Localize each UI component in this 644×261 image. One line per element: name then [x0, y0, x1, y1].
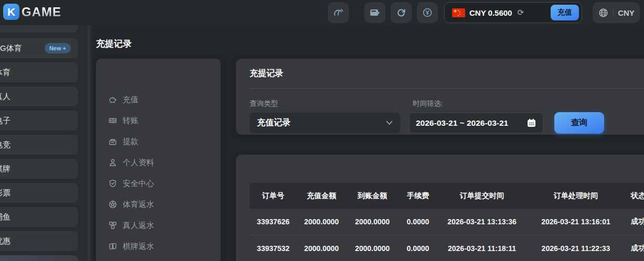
sidebar-item-label: 电竞 [0, 140, 10, 150]
table-row: 339375322000.00002000.00000.00002026-03-… [250, 235, 644, 261]
rate-refresh-icon[interactable]: ⟳ [517, 8, 524, 17]
currency-exchange-button[interactable] [417, 2, 438, 23]
currency-rate: CNY 0.5600 [469, 8, 512, 17]
menu-item-banknote[interactable]: 转账 [103, 110, 213, 131]
table-cell: 33937626 [250, 209, 297, 235]
table-header-cell: 订单提交时间 [437, 183, 527, 209]
currency-exchange-icon [421, 6, 434, 19]
new-badge: New + [45, 43, 71, 53]
table-cell: 成功 [625, 209, 644, 235]
sidebar-item-0[interactable]: KG体育New + [0, 38, 78, 58]
sidebar-item-label: 电子 [0, 116, 10, 126]
menu-item-gamepad[interactable]: 电竞返水 [103, 257, 213, 261]
table-cell: 2000.0000 [346, 209, 399, 235]
table-cell: 33937532 [250, 235, 297, 261]
wallet-button[interactable] [364, 2, 385, 23]
menu-item-person[interactable]: 个人资料 [103, 152, 213, 173]
records-table-card: 订单号充值金额到账金额手续费订单提交时间订单处理时间状态339376262000… [236, 155, 644, 261]
table-header-row: 订单号充值金额到账金额手续费订单提交时间订单处理时间状态 [250, 183, 644, 209]
piggy-bank-icon [109, 95, 117, 104]
filter-card-title: 充提记录 [250, 68, 283, 79]
shield-check-icon [109, 179, 117, 188]
table-cell: 2000.0000 [297, 209, 346, 235]
refresh-button[interactable] [391, 2, 412, 23]
sidebar-item-6[interactable]: 彩票 [0, 183, 78, 203]
menu-item-cash-register[interactable]: 提款 [103, 131, 213, 152]
menu-item-label: 提款 [123, 137, 138, 147]
cards-icon [109, 242, 117, 251]
table-header-cell: 到账金额 [346, 183, 399, 209]
query-type-select[interactable]: 充值记录 [250, 113, 400, 133]
menu-item-label: 充值 [123, 95, 138, 105]
table-cell: 2000.0000 [346, 235, 399, 261]
globe-icon [598, 7, 609, 18]
menu-item-dice[interactable]: 真人返水 [103, 215, 213, 236]
refresh-icon [395, 6, 407, 19]
menu-item-soccer-ball[interactable]: 体育返水 [103, 194, 213, 215]
time-filter-label: 时间筛选: [413, 99, 443, 108]
table-row: 339376262000.00002000.00000.00002026-03-… [250, 209, 644, 235]
divider [250, 88, 644, 89]
logo-text: GAME [22, 5, 61, 19]
menu-item-piggy-bank[interactable]: 充值 [103, 89, 213, 110]
table-cell: 0.0000 [399, 209, 437, 235]
sidebar-item-7[interactable]: 捕鱼 [0, 207, 78, 227]
sidebar-item-label: 棋牌 [0, 164, 10, 174]
sidebar-scrollbar[interactable] [88, 25, 90, 261]
menu-item-label: 个人资料 [123, 158, 154, 168]
menu-item-shield-check[interactable]: 安全中心 [103, 173, 213, 194]
sidebar-item-4[interactable]: 电竞 [0, 135, 78, 155]
sidebar-item-8[interactable]: 优惠 [0, 231, 78, 251]
menu-item-cards[interactable]: 棋牌返水 [103, 236, 213, 257]
menu-item-label: 棋牌返水 [123, 242, 154, 252]
sidebar-item-2[interactable]: 真人 [0, 86, 78, 106]
speed-gauge-button[interactable] [328, 2, 349, 23]
filter-card: 充提记录 查询类型 时间筛选: 充值记录 2026-03-21 ~ 2026-0… [236, 59, 644, 135]
search-button[interactable]: 查询 [554, 112, 604, 134]
left-sidebar: KG体育New +体育真人电子电竞棋牌彩票捕鱼优惠 [0, 25, 92, 261]
date-range-value: 2026-03-21 ~ 2026-03-21 [416, 118, 508, 128]
sidebar-item-active-partial[interactable] [0, 255, 78, 261]
sidebar-item-label: 彩票 [0, 188, 10, 198]
sidebar-item-5[interactable]: 棋牌 [0, 159, 78, 179]
calendar-icon[interactable] [527, 118, 536, 128]
menu-item-label: 安全中心 [123, 179, 154, 189]
deposit-button[interactable]: 充值 [551, 5, 579, 20]
table-cell: 2026-03-21 11:18:11 [437, 235, 527, 261]
language-currency-switcher[interactable]: CNY [593, 2, 640, 23]
table-cell: 2026-03-21 11:22:33 [527, 235, 625, 261]
wallet-icon [369, 6, 381, 19]
account-menu-card: 充值转账提款个人资料安全中心体育返水真人返水棋牌返水电竞返水彩票返水 [96, 59, 221, 261]
main-content: 充提记录 充值转账提款个人资料安全中心体育返水真人返水棋牌返水电竞返水彩票返水 … [92, 25, 644, 261]
sidebar-item-label: 优惠 [0, 236, 10, 246]
sidebar-item-partial-top[interactable] [0, 25, 78, 32]
sidebar-item-3[interactable]: 电子 [0, 111, 78, 130]
records-table: 订单号充值金额到账金额手续费订单提交时间订单处理时间状态339376262000… [250, 183, 644, 261]
currency-balance-pill[interactable]: ★ ★ ★ ★ ★ CNY 0.5600 ⟳ 充值 [444, 2, 582, 23]
sidebar-item-label: 真人 [0, 92, 10, 102]
query-type-label: 查询类型 [250, 99, 278, 108]
page-title: 充提记录 [96, 38, 132, 50]
top-bar: K GAME ★ ★ ★ ★ ★ [0, 0, 644, 25]
menu-item-label: 转账 [123, 116, 138, 126]
table-cell: 2026-03-21 13:13:36 [437, 209, 527, 235]
selected-currency-label: CNY [618, 8, 635, 17]
date-range-input[interactable]: 2026-03-21 ~ 2026-03-21 [409, 113, 543, 133]
table-header-cell: 订单处理时间 [527, 183, 625, 209]
china-flag-icon: ★ ★ ★ ★ ★ [452, 8, 465, 17]
table-header-cell: 充值金额 [297, 183, 346, 209]
logo[interactable]: K GAME [3, 4, 61, 20]
table-header-cell: 状态 [625, 183, 644, 209]
sidebar-item-label: KG体育 [0, 44, 22, 53]
menu-item-label: 体育返水 [123, 200, 154, 210]
sidebar-item-1[interactable]: 体育 [0, 62, 78, 82]
logo-k-icon: K [3, 4, 19, 20]
menu-item-label: 真人返水 [123, 221, 154, 231]
table-cell: 2000.0000 [297, 235, 346, 261]
banknote-icon [109, 116, 117, 125]
chevron-down-icon [386, 121, 393, 125]
query-type-value: 充值记录 [257, 117, 291, 128]
table-cell: 2026-03-21 13:16:01 [527, 209, 625, 235]
table-header-cell: 手续费 [399, 183, 437, 209]
speed-gauge-icon [332, 6, 345, 19]
